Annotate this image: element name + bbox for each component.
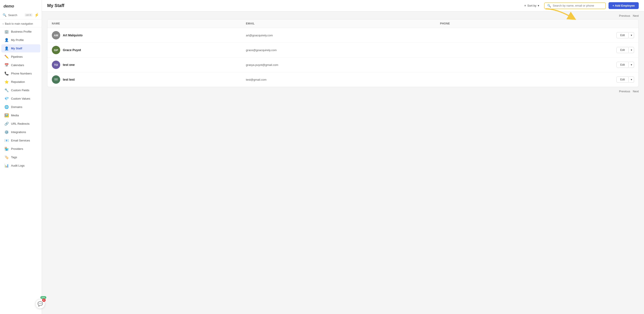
sort-by-button[interactable]: ≡ Sort by ▾ [522, 3, 542, 8]
edit-cell: Edit ▾ [440, 47, 634, 53]
employee-email: art@goacquirely.com [246, 34, 440, 37]
reputation-icon: ⭐ [4, 80, 9, 84]
back-navigation-label: Back to main navigation [5, 22, 33, 25]
sidebar-item-label-calendars: Calendars [11, 63, 24, 67]
media-icon: 🖼️ [4, 113, 9, 117]
sidebar-item-reputation[interactable]: ⭐Reputation [1, 78, 40, 86]
header-email: Email [246, 22, 440, 25]
chat-new-label: new [40, 296, 46, 299]
previous-button-bottom[interactable]: Previous [619, 90, 630, 93]
header-name: Name [52, 22, 246, 25]
sidebar-item-custom-values[interactable]: 💎Custom Values [1, 94, 40, 103]
employee-name-cell: GP Grace Puyot [52, 46, 246, 54]
sidebar-item-calendars[interactable]: 📅Calendars [1, 61, 40, 69]
employee-email: grasya.puyot@gmail.com [246, 63, 440, 66]
sidebar-item-custom-fields[interactable]: 🔧Custom Fields [1, 86, 40, 94]
edit-chevron-button[interactable]: ▾ [629, 76, 634, 83]
providers-icon: 🏪 [4, 147, 9, 151]
calendars-icon: 📅 [4, 63, 9, 67]
search-box[interactable]: 🔍 [544, 2, 606, 9]
email-services-icon: 📧 [4, 138, 9, 143]
avatar: AM [52, 31, 60, 39]
employee-name-cell: TT test test [52, 75, 246, 84]
sort-chevron-icon: ▾ [538, 4, 539, 7]
previous-button-top[interactable]: Previous [619, 14, 630, 17]
url-redirects-icon: 🔗 [4, 122, 9, 126]
sidebar-item-label-phone-numbers: Phone Numbers [11, 72, 32, 75]
edit-button[interactable]: Edit [616, 47, 628, 53]
sidebar-logo: demo [0, 0, 42, 11]
edit-cell: Edit ▾ [440, 76, 634, 83]
sidebar-item-label-domains: Domains [11, 105, 22, 109]
sidebar-item-pipelines[interactable]: ✏️Pipelines [1, 53, 40, 61]
sort-icon: ≡ [524, 4, 526, 7]
edit-chevron-button[interactable]: ▾ [629, 47, 634, 53]
edit-chevron-button[interactable]: ▾ [629, 62, 634, 68]
custom-fields-icon: 🔧 [4, 88, 9, 92]
sidebar-item-label-my-profile: My Profile [11, 38, 24, 42]
table-row: GP Grace Puyot grace@goacquirely.com Edi… [48, 43, 638, 57]
header-phone: Phone [440, 22, 634, 25]
next-button-top[interactable]: Next [633, 14, 639, 17]
phone-numbers-icon: 📞 [4, 71, 9, 76]
sidebar-item-business-profile[interactable]: 🏢Business Profile [1, 27, 40, 36]
sidebar-item-label-tags: Tags [11, 156, 17, 159]
add-employee-button[interactable]: + Add Employee [608, 2, 639, 9]
main-content: My Staff ≡ Sort by ▾ 🔍 + Add Employee [42, 0, 644, 314]
lightning-icon[interactable]: ⚡ [34, 12, 39, 17]
staff-table: Name Email Phone AM Art Malquisto art@go… [47, 19, 639, 87]
back-arrow-icon: ‹ [3, 22, 4, 25]
sidebar-item-label-custom-fields: Custom Fields [11, 89, 29, 92]
search-icon: 🔍 [3, 13, 6, 17]
pagination-top: Previous Next [47, 11, 639, 19]
edit-button[interactable]: Edit [616, 62, 628, 68]
integrations-icon: ⚙️ [4, 130, 9, 134]
sidebar-item-audit-logs[interactable]: 📊Audit Logs [1, 162, 40, 170]
chat-button[interactable]: 💬 6 new [35, 299, 45, 309]
sidebar-item-label-custom-values: Custom Values [11, 97, 30, 100]
table-row: TT test test test@gmail.com Edit ▾ [48, 72, 638, 87]
sidebar-item-my-staff[interactable]: 👤My Staff [1, 44, 40, 52]
pipelines-icon: ✏️ [4, 55, 9, 59]
topbar: My Staff ≡ Sort by ▾ 🔍 + Add Employee [42, 0, 644, 11]
sidebar-item-tags[interactable]: 🏷️Tags [1, 153, 40, 161]
employee-name-cell: AM Art Malquisto [52, 31, 246, 39]
edit-button[interactable]: Edit [616, 76, 628, 83]
my-profile-icon: 👤 [4, 38, 9, 42]
search-box-icon: 🔍 [547, 4, 551, 7]
sidebar: demo 🔍 Search ctrl K ⚡ ‹ Back to main na… [0, 0, 42, 314]
back-navigation[interactable]: ‹ Back to main navigation [0, 20, 42, 27]
sidebar-search[interactable]: 🔍 Search ctrl K ⚡ [0, 11, 42, 19]
my-staff-icon: 👤 [4, 46, 9, 50]
sidebar-item-phone-numbers[interactable]: 📞Phone Numbers [1, 69, 40, 78]
table-header: Name Email Phone [48, 19, 638, 28]
tags-icon: 🏷️ [4, 155, 9, 159]
edit-chevron-button[interactable]: ▾ [629, 32, 634, 38]
edit-button[interactable]: Edit [616, 32, 628, 38]
search-shortcut: ctrl K [25, 13, 32, 16]
sidebar-item-email-services[interactable]: 📧Email Services [1, 136, 40, 145]
sidebar-item-media[interactable]: 🖼️Media [1, 111, 40, 119]
employee-name-cell: TO test one [52, 61, 246, 69]
search-label: Search [8, 13, 23, 17]
employee-email: test@gmail.com [246, 78, 440, 81]
search-input[interactable] [553, 4, 603, 7]
chat-badge: 6 [42, 298, 46, 302]
avatar: TT [52, 75, 60, 84]
sidebar-item-label-my-staff: My Staff [11, 47, 22, 50]
sidebar-item-my-profile[interactable]: 👤My Profile [1, 36, 40, 44]
sidebar-item-providers[interactable]: 🏪Providers [1, 145, 40, 153]
avatar: GP [52, 46, 60, 54]
sidebar-item-label-providers: Providers [11, 147, 23, 150]
employee-email: grace@goacquirely.com [246, 48, 440, 52]
employee-name: test test [63, 78, 75, 81]
audit-logs-icon: 📊 [4, 164, 9, 168]
table-row: TO test one grasya.puyot@gmail.com Edit … [48, 57, 638, 72]
sidebar-item-domains[interactable]: 🌐Domains [1, 103, 40, 111]
sidebar-item-integrations[interactable]: ⚙️Integrations [1, 128, 40, 136]
domains-icon: 🌐 [4, 105, 9, 109]
sidebar-item-url-redirects[interactable]: 🔗URL Redirects [1, 120, 40, 128]
next-button-bottom[interactable]: Next [633, 90, 639, 93]
sort-by-label: Sort by [527, 4, 536, 7]
topbar-right: ≡ Sort by ▾ 🔍 + Add Employee [522, 2, 639, 9]
